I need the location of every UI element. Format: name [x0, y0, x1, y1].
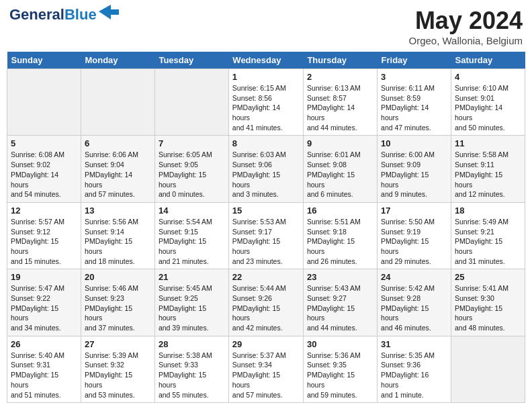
day-cell: 14Sunrise: 5:54 AMSunset: 9:15 PMDayligh…: [154, 202, 228, 269]
day-cell: [154, 69, 228, 136]
header-cell-friday: Friday: [378, 52, 451, 69]
day-cell: 4Sunrise: 6:10 AMSunset: 9:01 PMDaylight…: [451, 69, 525, 136]
page-header: GeneralBlue May 2024 Orgeo, Wallonia, Be…: [7, 7, 525, 46]
cell-content: Sunrise: 5:35 AMSunset: 9:36 PMDaylight:…: [381, 351, 447, 400]
day-cell: [7, 69, 81, 136]
cell-content: Sunrise: 5:53 AMSunset: 9:17 PMDaylight:…: [232, 217, 300, 266]
day-number: 24: [381, 272, 447, 282]
cell-content: Sunrise: 5:43 AMSunset: 9:27 PMDaylight:…: [307, 283, 373, 332]
day-number: 5: [11, 138, 77, 148]
day-cell: 28Sunrise: 5:38 AMSunset: 9:33 PMDayligh…: [154, 336, 228, 402]
day-cell: 22Sunrise: 5:44 AMSunset: 9:26 PMDayligh…: [228, 269, 303, 336]
week-row-2: 5Sunrise: 6:08 AMSunset: 9:02 PMDaylight…: [7, 136, 525, 202]
header-cell-tuesday: Tuesday: [154, 52, 228, 69]
week-row-1: 1Sunrise: 6:15 AMSunset: 8:56 PMDaylight…: [7, 69, 525, 136]
day-number: 17: [381, 205, 447, 216]
cell-content: Sunrise: 5:49 AMSunset: 9:21 PMDaylight:…: [455, 217, 521, 266]
day-cell: 18Sunrise: 5:49 AMSunset: 9:21 PMDayligh…: [451, 202, 525, 269]
day-number: 20: [85, 272, 151, 282]
day-number: 30: [307, 339, 373, 349]
day-number: 3: [381, 72, 447, 82]
day-cell: [81, 69, 154, 136]
cell-content: Sunrise: 5:42 AMSunset: 9:28 PMDaylight:…: [381, 283, 447, 332]
cell-content: Sunrise: 5:41 AMSunset: 9:30 PMDaylight:…: [455, 283, 521, 332]
cell-content: Sunrise: 6:05 AMSunset: 9:05 PMDaylight:…: [159, 150, 225, 199]
month-title: May 2024: [408, 7, 523, 35]
day-number: 9: [307, 138, 373, 148]
day-cell: 25Sunrise: 5:41 AMSunset: 9:30 PMDayligh…: [451, 269, 525, 336]
cell-content: Sunrise: 6:11 AMSunset: 8:59 PMDaylight:…: [381, 83, 447, 132]
cell-content: Sunrise: 5:40 AMSunset: 9:31 PMDaylight:…: [11, 351, 77, 400]
day-number: 27: [85, 339, 151, 349]
day-number: 10: [381, 138, 447, 148]
day-number: 19: [11, 272, 77, 282]
day-cell: 11Sunrise: 5:58 AMSunset: 9:11 PMDayligh…: [451, 136, 525, 202]
day-number: 23: [307, 272, 373, 282]
day-number: 15: [232, 205, 300, 216]
cell-content: Sunrise: 6:06 AMSunset: 9:04 PMDaylight:…: [85, 150, 151, 199]
day-cell: 21Sunrise: 5:45 AMSunset: 9:25 PMDayligh…: [154, 269, 228, 336]
day-number: 26: [11, 339, 77, 349]
day-number: 31: [381, 339, 447, 349]
cell-content: Sunrise: 5:45 AMSunset: 9:25 PMDaylight:…: [159, 283, 225, 332]
day-number: 25: [455, 272, 521, 282]
cell-content: Sunrise: 5:57 AMSunset: 9:12 PMDaylight:…: [11, 217, 77, 266]
cell-content: Sunrise: 5:37 AMSunset: 9:34 PMDaylight:…: [232, 351, 300, 400]
week-row-5: 26Sunrise: 5:40 AMSunset: 9:31 PMDayligh…: [7, 336, 525, 402]
day-cell: 3Sunrise: 6:11 AMSunset: 8:59 PMDaylight…: [378, 69, 451, 136]
cell-content: Sunrise: 5:50 AMSunset: 9:19 PMDaylight:…: [381, 217, 447, 266]
title-block: May 2024 Orgeo, Wallonia, Belgium: [408, 7, 523, 46]
svg-marker-0: [99, 5, 119, 19]
week-row-3: 12Sunrise: 5:57 AMSunset: 9:12 PMDayligh…: [7, 202, 525, 269]
day-cell: [451, 336, 525, 402]
cell-content: Sunrise: 6:03 AMSunset: 9:06 PMDaylight:…: [232, 150, 300, 199]
calendar-table: SundayMondayTuesdayWednesdayThursdayFrid…: [7, 52, 525, 403]
cell-content: Sunrise: 5:58 AMSunset: 9:11 PMDaylight:…: [455, 150, 521, 199]
cell-content: Sunrise: 5:47 AMSunset: 9:22 PMDaylight:…: [11, 283, 77, 332]
day-number: 14: [159, 205, 225, 216]
day-number: 16: [307, 205, 373, 216]
cell-content: Sunrise: 6:10 AMSunset: 9:01 PMDaylight:…: [455, 83, 521, 132]
cell-content: Sunrise: 5:51 AMSunset: 9:18 PMDaylight:…: [307, 217, 373, 266]
cell-content: Sunrise: 5:36 AMSunset: 9:35 PMDaylight:…: [307, 351, 373, 400]
day-cell: 17Sunrise: 5:50 AMSunset: 9:19 PMDayligh…: [378, 202, 451, 269]
day-number: 18: [455, 205, 521, 216]
day-number: 8: [232, 138, 300, 148]
logo-icon: [99, 5, 119, 19]
day-cell: 20Sunrise: 5:46 AMSunset: 9:23 PMDayligh…: [81, 269, 154, 336]
day-number: 21: [159, 272, 225, 282]
header-cell-thursday: Thursday: [303, 52, 377, 69]
header-row: SundayMondayTuesdayWednesdayThursdayFrid…: [7, 52, 525, 69]
day-number: 11: [455, 138, 521, 148]
day-cell: 27Sunrise: 5:39 AMSunset: 9:32 PMDayligh…: [81, 336, 154, 402]
day-cell: 30Sunrise: 5:36 AMSunset: 9:35 PMDayligh…: [303, 336, 377, 402]
cell-content: Sunrise: 6:00 AMSunset: 9:09 PMDaylight:…: [381, 150, 447, 199]
week-row-4: 19Sunrise: 5:47 AMSunset: 9:22 PMDayligh…: [7, 269, 525, 336]
day-cell: 10Sunrise: 6:00 AMSunset: 9:09 PMDayligh…: [378, 136, 451, 202]
day-cell: 23Sunrise: 5:43 AMSunset: 9:27 PMDayligh…: [303, 269, 377, 336]
day-cell: 2Sunrise: 6:13 AMSunset: 8:57 PMDaylight…: [303, 69, 377, 136]
cell-content: Sunrise: 5:39 AMSunset: 9:32 PMDaylight:…: [85, 351, 151, 400]
day-cell: 9Sunrise: 6:01 AMSunset: 9:08 PMDaylight…: [303, 136, 377, 202]
day-cell: 31Sunrise: 5:35 AMSunset: 9:36 PMDayligh…: [378, 336, 451, 402]
day-number: 12: [11, 205, 77, 216]
cell-content: Sunrise: 6:08 AMSunset: 9:02 PMDaylight:…: [11, 150, 77, 199]
day-cell: 26Sunrise: 5:40 AMSunset: 9:31 PMDayligh…: [7, 336, 81, 402]
day-number: 28: [159, 339, 225, 349]
day-cell: 15Sunrise: 5:53 AMSunset: 9:17 PMDayligh…: [228, 202, 303, 269]
header-cell-wednesday: Wednesday: [228, 52, 303, 69]
cell-content: Sunrise: 5:56 AMSunset: 9:14 PMDaylight:…: [85, 217, 151, 266]
cell-content: Sunrise: 5:38 AMSunset: 9:33 PMDaylight:…: [159, 351, 225, 400]
day-number: 22: [232, 272, 300, 282]
header-cell-sunday: Sunday: [7, 52, 81, 69]
location: Orgeo, Wallonia, Belgium: [408, 35, 523, 46]
day-cell: 5Sunrise: 6:08 AMSunset: 9:02 PMDaylight…: [7, 136, 81, 202]
logo: GeneralBlue: [9, 7, 119, 23]
day-cell: 29Sunrise: 5:37 AMSunset: 9:34 PMDayligh…: [228, 336, 303, 402]
cell-content: Sunrise: 6:13 AMSunset: 8:57 PMDaylight:…: [307, 83, 373, 132]
day-number: 4: [455, 72, 521, 82]
day-cell: 16Sunrise: 5:51 AMSunset: 9:18 PMDayligh…: [303, 202, 377, 269]
day-cell: 24Sunrise: 5:42 AMSunset: 9:28 PMDayligh…: [378, 269, 451, 336]
day-cell: 6Sunrise: 6:06 AMSunset: 9:04 PMDaylight…: [81, 136, 154, 202]
day-number: 1: [232, 72, 300, 82]
